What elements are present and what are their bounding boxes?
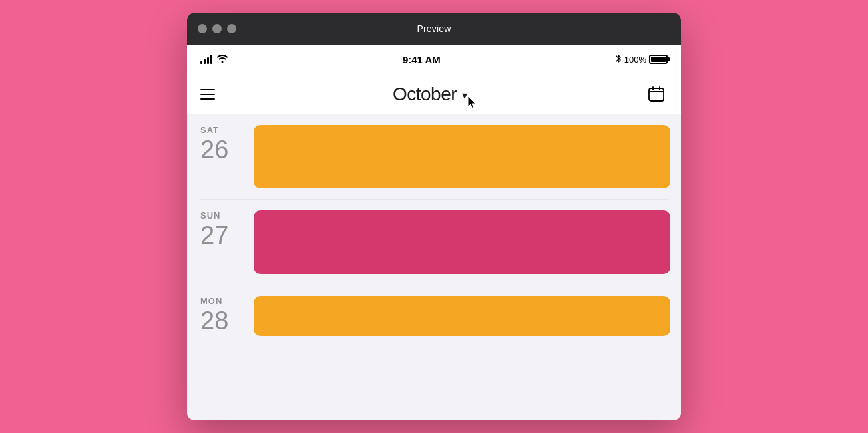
- signal-bar-3: [207, 57, 209, 64]
- bluetooth-icon: [615, 53, 622, 66]
- event-block-sun[interactable]: [254, 210, 670, 274]
- status-right: 100%: [615, 53, 668, 66]
- battery-percent: 100%: [624, 55, 646, 65]
- wifi-icon: [216, 54, 228, 65]
- hamburger-menu-button[interactable]: [200, 89, 215, 100]
- month-selector-button[interactable]: October ▾: [393, 84, 467, 105]
- cursor-icon: [467, 96, 479, 110]
- day-number-sun: 27: [200, 222, 228, 250]
- day-number-mon: 28: [200, 307, 228, 335]
- day-label-mon: MON 28: [187, 296, 254, 336]
- day-events-sat: [254, 125, 681, 188]
- traffic-light-maximize[interactable]: [227, 24, 236, 33]
- day-name-sat: SAT: [200, 125, 219, 135]
- status-bar: 9:41 AM 100%: [187, 45, 681, 74]
- chevron-down-icon: ▾: [462, 89, 467, 102]
- day-label-sat: SAT 26: [187, 125, 254, 188]
- app-header: October ▾: [187, 74, 681, 114]
- day-label-sun: SUN 27: [187, 210, 254, 274]
- hamburger-line-3: [200, 98, 215, 100]
- day-name-mon: MON: [200, 296, 222, 306]
- event-block-sat[interactable]: [254, 125, 670, 188]
- signal-bars-icon: [200, 55, 212, 64]
- status-left: [200, 54, 228, 65]
- traffic-light-close[interactable]: [198, 24, 207, 33]
- day-events-mon: [254, 296, 681, 336]
- calendar-view-button[interactable]: [645, 83, 668, 106]
- hamburger-line-2: [200, 94, 215, 95]
- day-section-sun: SUN 27: [187, 200, 681, 285]
- month-title: October: [393, 84, 457, 105]
- month-selector-wrapper: October ▾: [393, 84, 467, 105]
- day-events-sun: [254, 210, 681, 274]
- day-section-mon: MON 28: [187, 285, 681, 336]
- title-bar: Preview: [187, 13, 681, 45]
- traffic-lights: [198, 24, 236, 33]
- battery-icon: [649, 55, 668, 64]
- day-name-sun: SUN: [200, 210, 220, 221]
- window-title: Preview: [417, 23, 451, 34]
- svg-rect-0: [649, 88, 664, 101]
- hamburger-line-1: [200, 89, 215, 90]
- app-window: Preview 9:41 AM: [187, 13, 681, 420]
- day-section-sat: SAT 26: [187, 114, 681, 199]
- phone-content: 9:41 AM 100%: [187, 45, 681, 420]
- calendar-list: SAT 26 SUN 27: [187, 114, 681, 420]
- calendar-icon-svg: [648, 86, 665, 103]
- signal-bar-1: [200, 61, 202, 64]
- event-block-mon[interactable]: [254, 296, 670, 336]
- battery-fill: [651, 57, 666, 62]
- traffic-light-minimize[interactable]: [212, 24, 222, 33]
- signal-bar-4: [210, 55, 212, 64]
- day-number-sat: 26: [200, 136, 228, 164]
- status-time: 9:41 AM: [403, 54, 441, 65]
- signal-bar-2: [204, 59, 206, 64]
